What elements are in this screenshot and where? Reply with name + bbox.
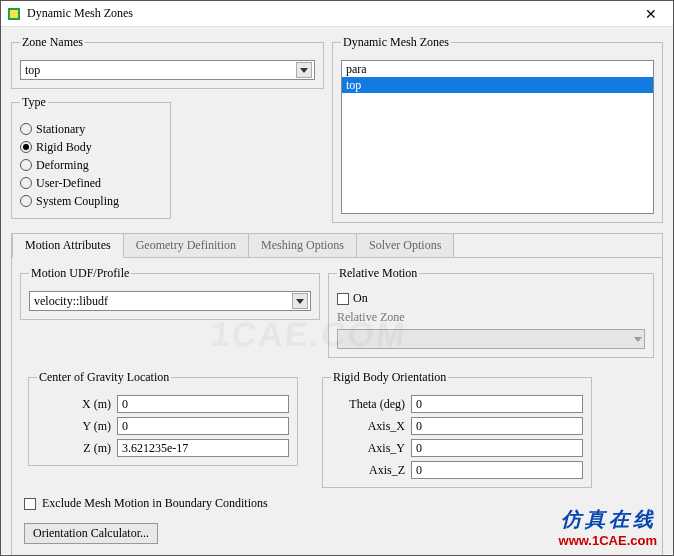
checkbox-icon — [337, 293, 349, 305]
radio-icon — [20, 141, 32, 153]
motion-udf-value: velocity::libudf — [34, 294, 288, 309]
cog-legend: Center of Gravity Location — [37, 370, 171, 385]
rbo-legend: Rigid Body Orientation — [331, 370, 448, 385]
zone-name-value: top — [25, 63, 292, 78]
cog-fieldset: Center of Gravity Location X (m) 0 Y (m)… — [28, 370, 298, 466]
tab-geometry-definition[interactable]: Geometry Definition — [123, 234, 249, 258]
tab-body-motion: Motion UDF/Profile velocity::libudf Rela… — [12, 257, 662, 556]
rbo-axisy-input[interactable]: 0 — [411, 439, 583, 457]
close-icon[interactable]: ✕ — [635, 4, 667, 24]
radio-label: System Coupling — [36, 192, 119, 210]
radio-system-coupling[interactable]: System Coupling — [20, 192, 162, 210]
cog-z-input[interactable]: 3.621235e-17 — [117, 439, 289, 457]
radio-icon — [20, 159, 32, 171]
tab-meshing-options[interactable]: Meshing Options — [248, 234, 357, 258]
chevron-down-icon[interactable] — [292, 293, 308, 309]
cog-z-label: Z (m) — [37, 441, 117, 456]
motion-udf-legend: Motion UDF/Profile — [29, 266, 131, 281]
type-fieldset: Type Stationary Rigid Body Deforming Use… — [11, 95, 171, 219]
radio-stationary[interactable]: Stationary — [20, 120, 162, 138]
radio-label: Deforming — [36, 156, 89, 174]
zone-name-dropdown[interactable]: top — [20, 60, 315, 80]
rbo-axisy-label: Axis_Y — [331, 441, 411, 456]
motion-udf-dropdown[interactable]: velocity::libudf — [29, 291, 311, 311]
cog-y-input[interactable]: 0 — [117, 417, 289, 435]
rbo-axisz-input[interactable]: 0 — [411, 461, 583, 479]
titlebar: Dynamic Mesh Zones ✕ — [1, 1, 673, 27]
orientation-calculator-button[interactable]: Orientation Calculator... — [24, 523, 158, 544]
tab-solver-options[interactable]: Solver Options — [356, 234, 454, 258]
zone-names-legend: Zone Names — [20, 35, 85, 50]
rbo-theta-input[interactable]: 0 — [411, 395, 583, 413]
checkbox-label: On — [353, 291, 368, 306]
app-icon — [7, 7, 21, 21]
exclude-label: Exclude Mesh Motion in Boundary Conditio… — [42, 496, 268, 511]
list-item[interactable]: para — [342, 61, 653, 77]
cog-x-input[interactable]: 0 — [117, 395, 289, 413]
motion-udf-fieldset: Motion UDF/Profile velocity::libudf — [20, 266, 320, 320]
radio-user-defined[interactable]: User-Defined — [20, 174, 162, 192]
list-item[interactable]: top — [342, 77, 653, 93]
rbo-axisx-label: Axis_X — [331, 419, 411, 434]
dynamic-mesh-zones-fieldset: Dynamic Mesh Zones para top — [332, 35, 663, 223]
radio-icon — [20, 195, 32, 207]
radio-label: User-Defined — [36, 174, 101, 192]
rbo-fieldset: Rigid Body Orientation Theta (deg) 0 Axi… — [322, 370, 592, 488]
radio-icon — [20, 123, 32, 135]
rbo-theta-label: Theta (deg) — [331, 397, 411, 412]
chevron-down-icon — [634, 337, 642, 342]
radio-label: Stationary — [36, 120, 85, 138]
relative-motion-legend: Relative Motion — [337, 266, 419, 281]
type-legend: Type — [20, 95, 48, 110]
tab-container: Motion Attributes Geometry Definition Me… — [11, 233, 663, 556]
checkbox-icon — [24, 498, 36, 510]
window-title: Dynamic Mesh Zones — [27, 6, 635, 21]
tab-strip: Motion Attributes Geometry Definition Me… — [12, 233, 662, 258]
rbo-axisz-label: Axis_Z — [331, 463, 411, 478]
dynamic-mesh-zones-legend: Dynamic Mesh Zones — [341, 35, 451, 50]
exclude-checkbox[interactable]: Exclude Mesh Motion in Boundary Conditio… — [24, 496, 650, 511]
radio-label: Rigid Body — [36, 138, 92, 156]
svg-rect-1 — [10, 10, 18, 18]
relative-zone-dropdown — [337, 329, 645, 349]
cog-x-label: X (m) — [37, 397, 117, 412]
relative-motion-fieldset: Relative Motion On Relative Zone — [328, 266, 654, 358]
zone-names-fieldset: Zone Names top — [11, 35, 324, 89]
radio-icon — [20, 177, 32, 189]
cog-y-label: Y (m) — [37, 419, 117, 434]
relative-zone-label: Relative Zone — [337, 310, 645, 325]
tab-motion-attributes[interactable]: Motion Attributes — [12, 234, 124, 258]
rbo-axisx-input[interactable]: 0 — [411, 417, 583, 435]
chevron-down-icon[interactable] — [296, 62, 312, 78]
relative-on-checkbox[interactable]: On — [337, 291, 645, 306]
zone-listbox[interactable]: para top — [341, 60, 654, 214]
radio-deforming[interactable]: Deforming — [20, 156, 162, 174]
radio-rigid-body[interactable]: Rigid Body — [20, 138, 162, 156]
